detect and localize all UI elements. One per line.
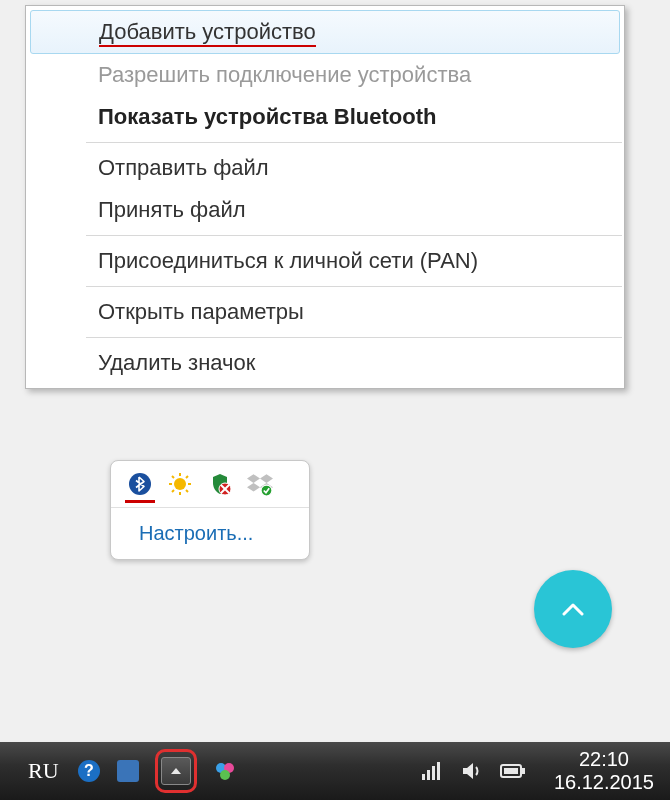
bluetooth-icon[interactable] [127, 471, 153, 497]
menu-label: Удалить значок [98, 350, 255, 375]
menu-item-open-settings[interactable]: Открыть параметры [28, 291, 622, 333]
svg-text:?: ? [84, 762, 94, 779]
menu-item-join-pan[interactable]: Присоединиться к личной сети (PAN) [28, 240, 622, 282]
menu-label: Показать устройства Bluetooth [98, 104, 436, 129]
tray-overflow-popup: Настроить... [110, 460, 310, 560]
svg-rect-26 [504, 768, 518, 774]
menu-label: Присоединиться к личной сети (PAN) [98, 248, 478, 273]
svg-line-9 [186, 476, 188, 478]
volume-icon[interactable] [460, 759, 484, 783]
network-icon[interactable] [420, 760, 444, 782]
chevron-up-icon [562, 602, 584, 616]
sun-icon[interactable] [167, 471, 193, 497]
tray-separator [111, 507, 309, 508]
menu-separator [86, 337, 622, 338]
tray-overflow-highlight [155, 749, 197, 793]
menu-item-send-file[interactable]: Отправить файл [28, 147, 622, 189]
bluetooth-context-menu: Добавить устройство Разрешить подключени… [25, 5, 625, 389]
language-indicator[interactable]: RU [28, 758, 59, 784]
menu-item-remove-icon[interactable]: Удалить значок [28, 342, 622, 384]
menu-item-allow-connection: Разрешить подключение устройства [28, 54, 622, 96]
svg-line-7 [186, 490, 188, 492]
taskbar: RU ? 22:10 16.12.2015 [0, 742, 670, 800]
menu-separator [86, 142, 622, 143]
menu-label: Открыть параметры [98, 299, 304, 324]
battery-icon[interactable] [500, 762, 526, 780]
shield-alert-icon[interactable] [207, 471, 233, 497]
menu-label: Отправить файл [98, 155, 269, 180]
tray-app-icon[interactable] [117, 760, 139, 782]
svg-point-19 [220, 770, 230, 780]
svg-rect-20 [422, 774, 425, 780]
clock-time: 22:10 [554, 748, 654, 771]
svg-point-1 [174, 478, 186, 490]
menu-separator [86, 235, 622, 236]
svg-line-6 [172, 476, 174, 478]
svg-rect-21 [427, 770, 430, 780]
taskbar-clock[interactable]: 22:10 16.12.2015 [554, 748, 654, 794]
tray-icons-grid [127, 471, 293, 497]
tray-customize-label: Настроить... [139, 522, 253, 544]
menu-item-add-device[interactable]: Добавить устройство [30, 10, 620, 54]
menu-item-show-devices[interactable]: Показать устройства Bluetooth [28, 96, 622, 138]
svg-rect-22 [432, 766, 435, 780]
tray-overflow-button[interactable] [161, 757, 191, 785]
colorful-app-icon[interactable] [213, 759, 237, 783]
scroll-up-fab[interactable] [534, 570, 612, 648]
svg-rect-23 [437, 762, 440, 780]
svg-rect-16 [117, 760, 139, 782]
dropbox-icon[interactable] [247, 471, 273, 497]
menu-label: Принять файл [98, 197, 246, 222]
svg-point-13 [261, 485, 272, 496]
tray-customize-link[interactable]: Настроить... [127, 518, 293, 551]
triangle-up-icon [169, 766, 183, 776]
help-icon[interactable]: ? [77, 759, 101, 783]
menu-separator [86, 286, 622, 287]
menu-label: Добавить устройство [99, 19, 316, 47]
clock-date: 16.12.2015 [554, 771, 654, 794]
menu-label: Разрешить подключение устройства [98, 62, 471, 87]
svg-rect-25 [522, 768, 525, 774]
svg-line-8 [172, 490, 174, 492]
menu-item-receive-file[interactable]: Принять файл [28, 189, 622, 231]
